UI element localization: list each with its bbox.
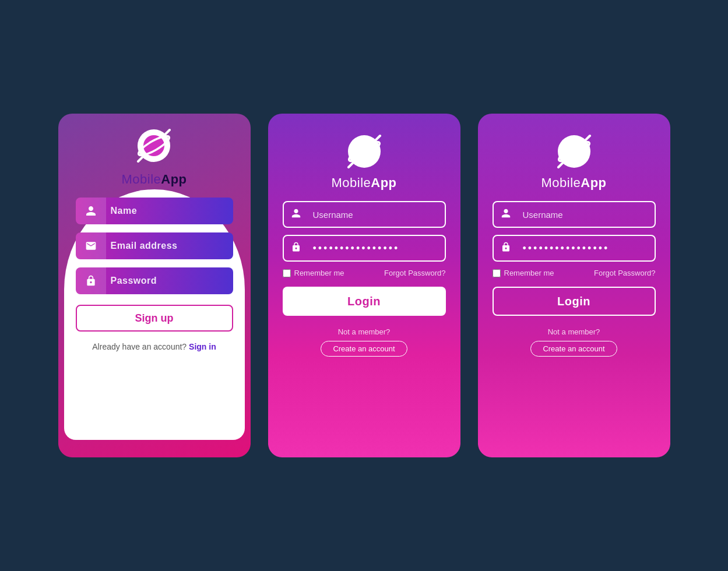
username-wrapper-2 <box>283 201 446 228</box>
not-member-3: Not a member? <box>548 327 600 336</box>
remember-row-2: Remember me Forgot Password? <box>283 269 446 277</box>
already-have-account: Already have an account? Sign in <box>92 342 216 351</box>
signin-link[interactable]: Sign in <box>189 342 216 351</box>
name-input[interactable] <box>76 198 233 224</box>
email-input[interactable] <box>76 232 233 259</box>
logo-icon-3 <box>554 131 595 172</box>
remember-checkbox-3[interactable] <box>493 269 501 277</box>
password-wrapper-2 <box>283 235 446 262</box>
forgot-password-2[interactable]: Forgot Password? <box>384 269 446 277</box>
email-field-wrapper <box>76 232 233 259</box>
login-card-2: MobileApp Remember me Forgot Password? L <box>268 114 460 457</box>
username-input-2[interactable] <box>283 201 446 228</box>
create-account-button-3[interactable]: Create an account <box>530 341 617 357</box>
password-input-3[interactable] <box>493 235 656 262</box>
card1-content: Sign up Already have an account? Sign in <box>58 198 251 351</box>
remember-row-3: Remember me Forgot Password? <box>493 269 656 277</box>
remember-label-2[interactable]: Remember me <box>283 269 344 277</box>
login-button-3[interactable]: Login <box>493 287 656 316</box>
name-field-wrapper <box>76 198 233 224</box>
signup-card: MobileApp <box>58 114 251 457</box>
password-input[interactable] <box>76 267 233 294</box>
app-name-2: MobileApp <box>331 175 396 191</box>
password-input-2[interactable] <box>283 235 446 262</box>
password-field-wrapper <box>76 267 233 294</box>
app-name-3: MobileApp <box>541 175 606 191</box>
login-card-3: MobileApp Remember me Forgot Password? L <box>478 114 670 457</box>
create-account-button-2[interactable]: Create an account <box>321 341 407 357</box>
cards-container: MobileApp <box>58 114 670 457</box>
logo-icon <box>133 125 174 166</box>
not-member-2: Not a member? <box>338 327 391 336</box>
password-wrapper-3 <box>493 235 656 262</box>
card1-header: MobileApp <box>121 114 187 198</box>
app-name-card1: MobileApp <box>121 172 187 187</box>
login-button-2[interactable]: Login <box>283 287 446 316</box>
logo-icon-2 <box>344 131 385 172</box>
remember-label-3[interactable]: Remember me <box>493 269 554 277</box>
username-input-3[interactable] <box>493 201 656 228</box>
remember-checkbox-2[interactable] <box>283 269 291 277</box>
username-wrapper-3 <box>493 201 656 228</box>
forgot-password-3[interactable]: Forgot Password? <box>594 269 656 277</box>
signup-button[interactable]: Sign up <box>76 305 233 332</box>
